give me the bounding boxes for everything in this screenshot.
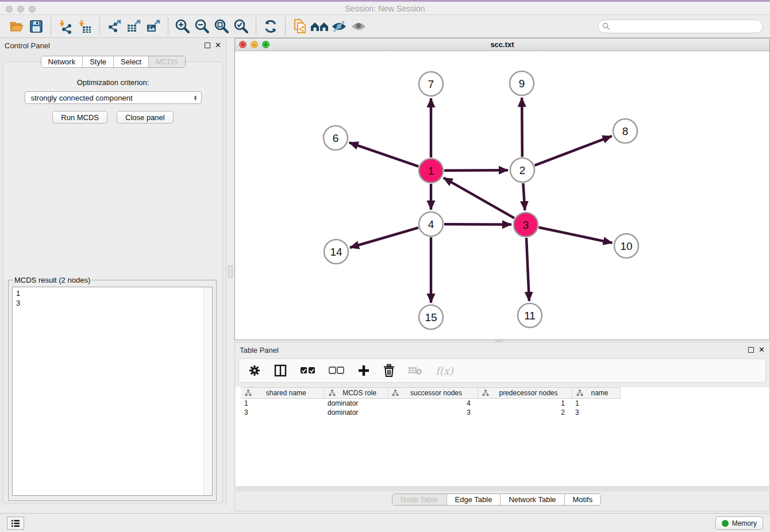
import-network-button[interactable] xyxy=(56,17,75,36)
plus-icon xyxy=(357,364,370,377)
graph-node-3[interactable]: 3 xyxy=(514,213,538,237)
save-session-button[interactable] xyxy=(26,17,46,36)
column-header[interactable]: shared name xyxy=(241,388,324,399)
float-panel-icon[interactable] xyxy=(205,43,210,48)
column-header[interactable]: name xyxy=(572,388,620,399)
optimization-criterion-select[interactable]: strongly connected component ▲▼ xyxy=(25,91,202,104)
edge-4-3[interactable] xyxy=(444,224,511,225)
show-panels-button[interactable] xyxy=(349,17,368,36)
mcds-result-group: MCDS result (2 nodes) 1 3 xyxy=(8,276,217,501)
table-cell[interactable]: 1 xyxy=(572,399,620,408)
tab-network[interactable]: Network xyxy=(41,56,83,67)
graph-node-1[interactable]: 1 xyxy=(419,159,443,183)
graph-node-7[interactable]: 7 xyxy=(419,72,443,96)
import-table-button[interactable] xyxy=(75,17,95,36)
memory-button[interactable]: Memory xyxy=(715,516,763,530)
edge-2-8[interactable] xyxy=(535,136,612,165)
export-network-button[interactable] xyxy=(105,17,124,36)
network-graph[interactable]: 7 9 6 8 1 2 4 3 14 10 15 11 xyxy=(235,51,769,340)
home-view-button[interactable] xyxy=(310,17,329,36)
run-mcds-button[interactable]: Run MCDS xyxy=(52,111,107,124)
select-all-columns-button[interactable] xyxy=(300,367,316,375)
tab-node-table[interactable]: Node Table xyxy=(392,494,447,505)
table-cell[interactable]: 3 xyxy=(387,408,478,417)
zoom-in-button[interactable] xyxy=(173,17,192,36)
float-table-panel-icon[interactable] xyxy=(748,347,754,353)
console-button[interactable] xyxy=(7,516,24,530)
edge-1-2[interactable] xyxy=(444,170,508,171)
deselect-all-columns-button[interactable] xyxy=(329,367,345,375)
table-cell[interactable]: 3 xyxy=(241,408,324,417)
graph-node-11[interactable]: 11 xyxy=(518,303,542,327)
svg-text:7: 7 xyxy=(428,78,434,90)
table-cell[interactable]: dominator xyxy=(324,399,387,408)
table-cell[interactable]: dominator xyxy=(324,408,387,417)
edge-3-10[interactable] xyxy=(539,228,613,243)
vertical-splitter-handle[interactable] xyxy=(228,265,233,278)
table-row[interactable]: 3dominator323 xyxy=(241,408,620,417)
unchecked-boxes-icon xyxy=(329,367,345,375)
refresh-view-button[interactable] xyxy=(261,17,280,36)
hide-panels-button[interactable] xyxy=(329,17,349,36)
table-row[interactable]: 1dominator411 xyxy=(241,399,620,408)
table-options-button[interactable] xyxy=(248,364,261,377)
select-stepper-icon: ▲▼ xyxy=(194,95,198,101)
graph-node-10[interactable]: 10 xyxy=(614,234,638,258)
edge-3-11[interactable] xyxy=(526,238,529,301)
tab-motifs[interactable]: Motifs xyxy=(565,494,601,505)
table-cell[interactable]: 1 xyxy=(241,399,324,408)
tab-mcds[interactable]: MCDS xyxy=(149,56,184,67)
table-panel: Table Panel ✕ xyxy=(234,342,770,511)
open-folder-icon xyxy=(9,19,24,34)
edge-2-3[interactable] xyxy=(523,183,525,210)
close-table-panel-icon[interactable]: ✕ xyxy=(759,347,765,353)
edge-1-6[interactable] xyxy=(349,142,419,166)
svg-text:9: 9 xyxy=(519,78,525,90)
eye-slash-icon xyxy=(330,19,348,34)
attribute-icon xyxy=(329,390,336,396)
delete-columns-button[interactable] xyxy=(383,364,395,377)
graph-node-6[interactable]: 6 xyxy=(324,126,348,150)
table-cell[interactable]: 2 xyxy=(478,408,572,417)
tab-select[interactable]: Select xyxy=(114,56,149,67)
table-cell[interactable]: 4 xyxy=(387,399,478,408)
zoom-out-button[interactable] xyxy=(192,17,212,36)
svg-text:14: 14 xyxy=(330,246,342,258)
clone-network-button[interactable] xyxy=(290,17,310,36)
node-table-grid[interactable]: shared name MCDS role successor nodes pr… xyxy=(241,387,621,417)
zoom-selected-button[interactable] xyxy=(232,17,251,36)
graph-node-14[interactable]: 14 xyxy=(324,240,348,264)
import-table-icon xyxy=(78,19,93,34)
edge-3-1[interactable] xyxy=(444,178,514,218)
search-input[interactable] xyxy=(598,20,763,33)
result-scrollbar[interactable] xyxy=(203,287,212,495)
graph-node-8[interactable]: 8 xyxy=(613,119,637,143)
tab-style[interactable]: Style xyxy=(83,56,114,67)
graph-node-9[interactable]: 9 xyxy=(510,71,534,95)
tab-edge-table[interactable]: Edge Table xyxy=(447,494,501,505)
table-panel-title: Table Panel xyxy=(240,346,279,354)
open-session-button[interactable] xyxy=(7,17,26,36)
graph-node-2[interactable]: 2 xyxy=(510,158,534,182)
table-cell[interactable]: 3 xyxy=(572,408,620,417)
network-window-titlebar[interactable]: ✕ − + scc.txt xyxy=(235,38,769,51)
close-panel-icon[interactable]: ✕ xyxy=(215,43,221,48)
search-field[interactable] xyxy=(598,20,763,33)
network-canvas[interactable]: 7 9 6 8 1 2 4 3 14 10 15 11 xyxy=(235,51,769,340)
column-layout-button[interactable] xyxy=(274,364,287,377)
graph-node-15[interactable]: 15 xyxy=(419,305,443,329)
gear-icon xyxy=(248,364,261,377)
export-image-button[interactable] xyxy=(144,17,163,36)
graph-node-4[interactable]: 4 xyxy=(419,212,443,236)
column-header[interactable]: successor nodes xyxy=(387,388,478,399)
zoom-fit-button[interactable] xyxy=(212,17,232,36)
column-header[interactable]: predecessor nodes xyxy=(478,388,572,399)
edge-4-14[interactable] xyxy=(350,228,418,248)
table-cell[interactable]: 1 xyxy=(478,399,572,408)
edge-2-9[interactable] xyxy=(522,98,522,157)
column-header[interactable]: MCDS role xyxy=(324,388,387,399)
add-column-button[interactable] xyxy=(357,364,370,377)
close-panel-button[interactable]: Close panel xyxy=(117,111,174,124)
export-table-button[interactable] xyxy=(124,17,144,36)
tab-network-table[interactable]: Network Table xyxy=(500,494,564,505)
